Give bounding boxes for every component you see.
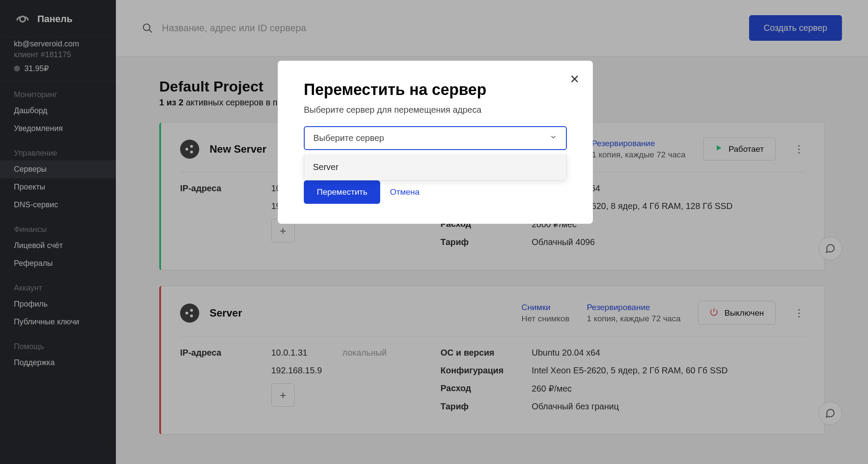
modal-actions: Переместить Отмена (304, 180, 567, 204)
server-select[interactable]: Выберите сервер (304, 126, 567, 150)
close-icon[interactable] (568, 72, 582, 86)
confirm-move-button[interactable]: Переместить (304, 180, 380, 204)
server-select-option[interactable]: Server (304, 154, 566, 180)
cancel-button[interactable]: Отмена (390, 187, 419, 197)
chevron-down-icon (549, 133, 557, 143)
server-select-dropdown: Server (304, 154, 567, 180)
modal-subtitle: Выберите сервер для перемещения адреса (304, 105, 567, 115)
move-server-modal: Переместить на сервер Выберите сервер дл… (278, 61, 593, 224)
select-placeholder: Выберите сервер (313, 133, 384, 143)
modal-title: Переместить на сервер (304, 81, 567, 99)
